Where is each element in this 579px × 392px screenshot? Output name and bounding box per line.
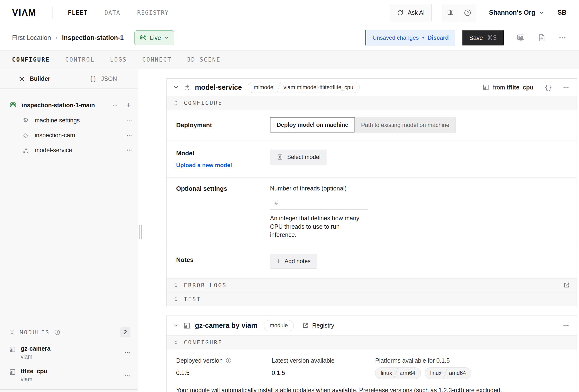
module-more-menu[interactable] <box>563 322 569 329</box>
tflite-cpu-more-menu[interactable] <box>124 372 131 378</box>
hourglass-model-icon <box>277 154 283 160</box>
tree-item-main-part[interactable]: inspection-station-1-main + <box>10 97 132 113</box>
save-button[interactable]: Save ⌘S <box>462 30 504 46</box>
module-name: gz-camera by viam <box>195 322 258 329</box>
discard-button[interactable]: Discard <box>428 34 449 41</box>
nav-divider <box>52 6 53 19</box>
machine-status-dropdown[interactable]: Live <box>134 30 174 45</box>
builder-tools-icon <box>18 75 25 82</box>
error-logs-label: ERROR LOGS <box>184 282 227 288</box>
help-icon-group: ? <box>442 4 476 21</box>
tab-3d-scene[interactable]: 3D SCENE <box>187 56 221 63</box>
ask-ai-sparkle-icon <box>397 9 404 16</box>
breadcrumb-location[interactable]: First Location <box>12 34 51 42</box>
model-label: Model <box>176 150 270 157</box>
service-more-menu[interactable] <box>563 84 569 91</box>
json-mode-tab[interactable]: {} JSON <box>69 69 138 88</box>
module-item-tflite-cpu[interactable]: tflite_cpu viam <box>9 368 131 383</box>
model-service-more-menu[interactable] <box>126 147 132 153</box>
upload-model-link[interactable]: Upload a new model <box>176 162 232 169</box>
tab-control[interactable]: CONTROL <box>65 56 95 63</box>
machine-more-menu[interactable] <box>558 34 567 42</box>
threads-field-label: Number of threads (optional) <box>270 185 368 192</box>
chevron-down-icon <box>539 10 544 15</box>
sidebar-drag-handle[interactable] <box>139 225 142 239</box>
error-logs-section-bar[interactable]: ERROR LOGS <box>166 278 577 292</box>
broadcast-icon <box>10 102 16 109</box>
machine-tabs: CONFIGURE CONTROL LOGS CONNECT 3D SCENE <box>0 50 579 69</box>
test-label: TEST <box>184 296 201 302</box>
external-link-icon[interactable] <box>563 282 570 289</box>
viam-logo[interactable]: VIΛM <box>12 7 36 18</box>
deploy-model-option[interactable]: Deploy model on machine <box>270 117 355 132</box>
tree-item-inspection-cam[interactable]: ◇ inspection-cam <box>10 128 132 143</box>
tree-item-model-service[interactable]: model-service <box>10 143 132 157</box>
threads-input[interactable] <box>270 196 368 210</box>
platform-pill-linux-arm64: linux arm64 <box>375 368 421 379</box>
model-label-block: Model Upload a new model <box>176 150 270 169</box>
modules-help-icon[interactable]: ? <box>54 329 60 335</box>
collapse-card-chevron[interactable] <box>173 85 179 90</box>
user-avatar[interactable]: SB <box>557 9 567 16</box>
ask-ai-button[interactable]: Ask AI <box>390 4 432 21</box>
module-icon <box>9 346 16 360</box>
machine-bar: First Location › inspection-station-1 Li… <box>0 25 579 50</box>
module-icon <box>9 369 16 383</box>
external-link-icon <box>302 322 309 329</box>
registry-link[interactable]: Registry <box>302 322 334 329</box>
modules-title: MODULES <box>20 329 50 335</box>
inspection-cam-more-menu[interactable] <box>126 132 132 138</box>
nav-data[interactable]: DATA <box>104 9 120 16</box>
broadcast-icon <box>140 34 146 41</box>
deployment-label: Deployment <box>176 122 270 129</box>
plus-icon: + <box>277 258 281 265</box>
help-question-icon[interactable]: ? <box>459 4 476 21</box>
org-name: Shannon's Org <box>489 9 535 16</box>
latest-version-label: Latest version available <box>272 357 335 364</box>
machine-report-icon[interactable] <box>538 34 546 42</box>
auto-update-note: Your module will automatically install s… <box>176 386 506 392</box>
configure-label: CONFIGURE <box>184 339 222 346</box>
tree-item-machine-settings[interactable]: ⚙ machine settings <box>10 113 132 128</box>
svg-text:?: ? <box>466 10 469 15</box>
module-item-gz-camera[interactable]: gz-camera viam <box>9 345 131 360</box>
configure-section-bar[interactable]: CONFIGURE <box>166 96 577 110</box>
info-icon[interactable] <box>225 357 232 364</box>
gz-camera-more-menu[interactable] <box>124 349 131 356</box>
module-icon <box>483 84 489 91</box>
tab-connect[interactable]: CONNECT <box>142 56 172 63</box>
platform-pill-linux-amd64: linux amd64 <box>425 368 472 379</box>
camera-component-icon: ◇ <box>22 132 29 138</box>
machine-settings-more-menu[interactable] <box>126 117 132 123</box>
tab-logs[interactable]: LOGS <box>110 56 127 63</box>
configure-section-bar[interactable]: CONFIGURE <box>166 335 577 349</box>
expand-icon <box>173 283 179 288</box>
unsaved-changes-banner: Unsaved changes • Discard <box>365 30 455 46</box>
machine-monitor-icon[interactable] <box>516 33 525 42</box>
nav-fleet[interactable]: FLEET <box>68 9 88 16</box>
test-section-bar[interactable]: TEST <box>166 292 577 306</box>
from-module-label: from tflite_cpu <box>493 84 533 91</box>
modules-count-badge: 2 <box>120 327 131 337</box>
save-shortcut: ⌘S <box>487 34 497 41</box>
sidebar-resize-gutter <box>138 69 153 392</box>
org-switcher[interactable]: Shannon's Org <box>489 9 544 16</box>
path-to-model-option[interactable]: Path to existing model on machine <box>355 117 455 133</box>
docs-book-icon[interactable] <box>442 4 459 21</box>
view-json-button[interactable]: {} <box>545 84 552 91</box>
main-part-more-menu[interactable] <box>112 102 118 108</box>
notes-label: Notes <box>176 254 270 269</box>
deployed-version-label: Deployed version <box>176 357 222 364</box>
collapse-icon[interactable] <box>9 329 15 335</box>
optional-settings-label: Optional settings <box>176 185 270 239</box>
select-model-button[interactable]: Select model <box>270 150 327 165</box>
collapse-card-chevron[interactable] <box>173 323 179 328</box>
collapse-icon <box>173 100 179 106</box>
svg-text:?: ? <box>56 331 58 334</box>
tab-configure[interactable]: CONFIGURE <box>12 56 50 63</box>
builder-mode-tab[interactable]: Builder <box>0 69 69 88</box>
add-notes-button[interactable]: + Add notes <box>270 254 317 269</box>
nav-registry[interactable]: REGISTRY <box>137 9 169 16</box>
breadcrumb-machine-name: inspection-station-1 <box>62 34 124 42</box>
add-component-button[interactable]: + <box>126 101 131 109</box>
